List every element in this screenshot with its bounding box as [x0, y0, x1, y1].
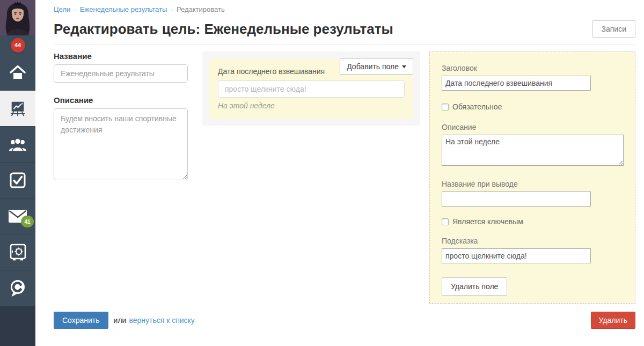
user-avatar[interactable]: [0, 0, 35, 35]
delete-button[interactable]: Удалить: [591, 312, 635, 329]
editor-description-textarea[interactable]: На этой неделе: [442, 135, 624, 166]
save-button[interactable]: Сохранить: [54, 312, 108, 329]
sidebar-item-users[interactable]: [0, 127, 35, 163]
sidebar-item-home[interactable]: [0, 55, 35, 91]
breadcrumb-separator: -: [171, 5, 173, 13]
name-label: Название: [54, 51, 188, 61]
back-to-list-link[interactable]: вернуться к списку: [129, 316, 194, 325]
form-columns: Название Описание Будем вносить наши спо…: [54, 51, 635, 304]
records-button[interactable]: Записи: [592, 20, 635, 38]
safe-icon: [9, 243, 27, 261]
goal-name-input[interactable]: [54, 64, 188, 83]
or-text: или: [114, 316, 127, 325]
breadcrumb: Цели - Еженедельные результаты - Редакти…: [54, 5, 635, 14]
chart-easel-icon: [9, 100, 26, 117]
display-name-label: Название при выводе: [442, 180, 623, 188]
description-label: Описание: [54, 95, 188, 105]
delete-field-button[interactable]: Удалить поле: [442, 277, 507, 296]
editor-title-label: Заголовок: [442, 64, 623, 72]
check-square-icon: [9, 172, 26, 189]
field-preview-card[interactable]: Добавить поле Дата последнего взвешивани…: [209, 58, 413, 119]
chat-icon: [9, 279, 27, 297]
main-content: Цели - Еженедельные результаты - Редакти…: [35, 0, 644, 346]
sidebar-item-chat[interactable]: [0, 270, 35, 306]
app: 44: [0, 0, 644, 346]
mail-count-badge: 41: [21, 216, 34, 227]
breadcrumb-link-goal[interactable]: Еженедельные результаты: [80, 5, 167, 13]
key-checkbox[interactable]: [442, 218, 449, 225]
users-icon: [8, 137, 27, 152]
sidebar-bottom-filler: [0, 306, 35, 346]
add-field-button-label: Добавить поле: [347, 62, 399, 71]
sidebar-item-statistics[interactable]: [0, 91, 35, 127]
key-label: Является ключевым: [452, 217, 523, 226]
field-preview-column: Добавить поле Дата последнего взвешивани…: [202, 51, 420, 304]
breadcrumb-current: Редактировать: [177, 5, 225, 13]
hint-input[interactable]: [442, 248, 591, 263]
sidebar-item-tasks[interactable]: [0, 163, 35, 198]
editor-title-input[interactable]: [442, 76, 591, 91]
required-check-row: Обязательное: [442, 102, 623, 111]
preview-field-input[interactable]: [218, 80, 405, 98]
editor-description-label: Описание: [442, 123, 623, 131]
breadcrumb-separator: -: [74, 5, 76, 13]
field-editor-column: Заголовок Обязательное Описание На этой …: [429, 51, 635, 304]
notification-badge-cell: 44: [0, 35, 35, 55]
sidebar-nav: 41: [0, 55, 35, 306]
title-row: Редактировать цель: Еженедельные результ…: [54, 20, 635, 45]
field-preview-panel: Добавить поле Дата последнего взвешивани…: [202, 51, 420, 126]
hint-label: Подсказка: [442, 237, 623, 245]
notification-count-badge: 44: [11, 38, 25, 53]
home-icon: [9, 64, 26, 80]
add-field-button[interactable]: Добавить поле: [340, 58, 413, 75]
sidebar-item-mail[interactable]: 41: [0, 198, 35, 234]
page-title: Редактировать цель: Еженедельные результ…: [54, 20, 393, 38]
footer-actions: Сохранить или вернуться к списку Удалить: [54, 312, 635, 329]
preview-field-hint: На этой неделе: [218, 101, 405, 110]
field-editor-panel: Заголовок Обязательное Описание На этой …: [429, 51, 635, 304]
breadcrumb-link-goals[interactable]: Цели: [54, 5, 70, 13]
required-checkbox[interactable]: [442, 104, 449, 111]
goal-form-column: Название Описание Будем вносить наши спо…: [54, 51, 188, 304]
sidebar-item-vault[interactable]: [0, 234, 35, 270]
required-label: Обязательное: [452, 102, 502, 111]
display-name-input[interactable]: [442, 192, 591, 207]
key-check-row: Является ключевым: [442, 217, 623, 226]
caret-down-icon: [402, 65, 406, 68]
sidebar: 44: [0, 0, 35, 346]
goal-description-textarea[interactable]: Будем вносить наши спортивные достижения: [54, 108, 188, 180]
